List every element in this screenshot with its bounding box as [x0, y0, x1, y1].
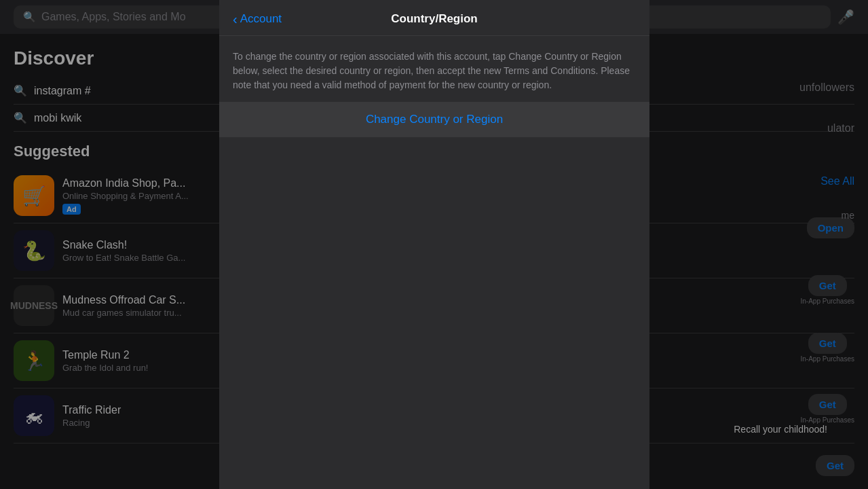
- app-icon-temple: 🏃: [14, 340, 54, 381]
- get-button-1[interactable]: Get: [808, 275, 847, 296]
- search-text-2: mobi kwik: [34, 112, 81, 124]
- search-text-1: instagram #: [34, 85, 91, 97]
- search-icon: 🔍: [23, 11, 36, 23]
- modal-body: To change the country or region associat…: [219, 36, 649, 92]
- search-icon-2: 🔍: [14, 111, 27, 124]
- mic-icon[interactable]: 🎤: [837, 9, 854, 25]
- get-button-3[interactable]: Get: [808, 394, 847, 415]
- modal-action-row[interactable]: Change Country or Region: [219, 102, 649, 137]
- app-action-2: Get In-App Purchases: [801, 275, 855, 305]
- get-button-2[interactable]: Get: [808, 333, 847, 354]
- app-icon-snake: 🐍: [14, 230, 54, 271]
- see-all-link[interactable]: See All: [820, 175, 854, 187]
- back-label: Account: [240, 12, 282, 26]
- modal-header: ‹ Account Country/Region: [219, 0, 649, 36]
- get-button-4[interactable]: Get: [816, 455, 854, 476]
- app-action-3: Get In-App Purchases: [801, 333, 855, 363]
- modal-title: Country/Region: [391, 12, 478, 26]
- app-icon-mudness: MUDNESS: [14, 285, 54, 326]
- search-icon-1: 🔍: [14, 84, 27, 97]
- app-icon-traffic: 🏍: [14, 395, 54, 436]
- right-unfollowers: unfollowers: [799, 82, 854, 94]
- recall-text: Recall your childhood!: [734, 424, 827, 435]
- in-app-1: In-App Purchases: [801, 297, 855, 305]
- right-calculator: ulator: [827, 122, 854, 134]
- app-action-5: Get: [816, 455, 854, 476]
- app-icon-amazon: 🛒: [14, 175, 54, 216]
- modal-description: To change the country or region associat…: [233, 50, 636, 92]
- in-app-2: In-App Purchases: [801, 355, 855, 363]
- app-badge-amazon: Ad: [62, 204, 81, 215]
- back-button[interactable]: ‹ Account: [233, 12, 282, 26]
- in-app-3: In-App Purchases: [801, 416, 855, 424]
- me-text: me: [842, 210, 854, 221]
- suggested-title: Suggested: [14, 143, 90, 160]
- app-action-4: Get In-App Purchases: [801, 394, 855, 424]
- country-region-panel: ‹ Account Country/Region To change the c…: [219, 0, 649, 489]
- chevron-left-icon: ‹: [233, 12, 238, 26]
- change-country-link[interactable]: Change Country or Region: [366, 113, 503, 126]
- search-placeholder: Games, Apps, Stories and Mo: [41, 11, 186, 23]
